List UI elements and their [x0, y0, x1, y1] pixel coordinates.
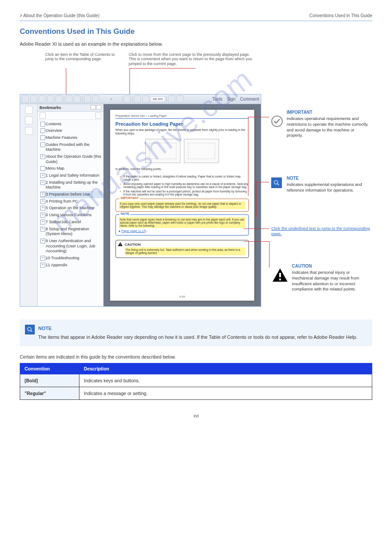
leader-line: [129, 68, 195, 69]
bookmark-item[interactable]: 10 Troubleshooting: [40, 255, 102, 262]
note-icon: [271, 178, 282, 188]
svg-rect-6: [279, 279, 281, 280]
bookmarks-panel: Bookmarks ContentsOverviewMachine Featur…: [38, 104, 104, 306]
svg-rect-0: [120, 243, 121, 245]
toolbar-button[interactable]: [30, 95, 37, 102]
zoom-out-button[interactable]: [134, 95, 141, 102]
header-right: Conventions Used in This Guide: [309, 13, 372, 18]
svg-line-4: [277, 183, 279, 185]
callout-caution: CAUTION Indicates that personal injury o…: [292, 263, 371, 293]
bookmark-item[interactable]: Overview: [40, 127, 102, 134]
bookmark-item[interactable]: 9 User Authentication and Accounting (Us…: [40, 238, 102, 255]
sign-tab[interactable]: Sign: [227, 97, 236, 102]
leader-line: [248, 117, 248, 196]
figure-tap-paper: [184, 139, 219, 163]
leader-line: [256, 182, 269, 182]
attachments-tab-icon[interactable]: [25, 127, 33, 135]
table-cell: [Bold]: [20, 374, 79, 387]
bullet-item: If the paper is curled or folded, straig…: [120, 175, 249, 181]
bookmark-item[interactable]: 11 Appendix: [40, 262, 102, 269]
leader-line: [248, 117, 269, 117]
comment-tab[interactable]: Comment: [240, 97, 259, 102]
table-row: [Bold] Indicates keys and buttons.: [20, 374, 372, 387]
pdf-breadcrumb: Preparation before Use > Loading Paper: [115, 114, 249, 119]
section-title: Conventions Used in This Guide: [20, 27, 372, 36]
page-up-button[interactable]: [84, 95, 91, 102]
leader-line: [256, 182, 256, 217]
bookmarks-tab-icon[interactable]: [25, 106, 33, 114]
conventions-table: Convention Description [Bold] Indicates …: [20, 363, 372, 400]
table-cell: Indicates keys and buttons.: [79, 374, 372, 387]
note-block-icon: [25, 325, 35, 334]
conventions-intro: Certain items are indicated in this guid…: [20, 354, 372, 359]
pdf-addition: In addition, note the following points.: [115, 167, 249, 171]
svg-point-3: [274, 180, 278, 184]
important-label: IMPORTANT: [119, 196, 140, 200]
svg-point-7: [28, 327, 31, 330]
side-tabs: [20, 104, 38, 306]
callout-link: Click the underlined text to jump to the…: [271, 226, 370, 237]
bookmark-item[interactable]: Guides Provided with the Machine: [40, 141, 102, 153]
page-number: xvi: [0, 414, 392, 418]
tools-tab[interactable]: Tools: [212, 97, 222, 102]
svg-rect-1: [120, 245, 121, 246]
toolbar-button[interactable]: [168, 95, 175, 102]
note-box: NOTE Note that some paper types have a t…: [115, 214, 249, 236]
table-header: Description: [79, 363, 372, 374]
callout-note: NOTE Indicates supplemental explanations…: [287, 175, 370, 193]
overlay-label-back: Click to move from the current page to t…: [129, 52, 256, 66]
bookmark-item[interactable]: 2 Installing and Setting up the Machine: [40, 179, 102, 191]
table-row: "Regular" Indicates a message or setting…: [20, 387, 372, 399]
toolbar-button[interactable]: [22, 95, 29, 102]
zoom-in-button[interactable]: [142, 95, 149, 102]
bookmark-item[interactable]: 1 Legal and Safety Information: [40, 172, 102, 179]
table-cell: "Regular": [20, 387, 79, 399]
toolbar-button[interactable]: [47, 95, 54, 102]
bookmark-item[interactable]: 3 Preparation before Use: [40, 191, 102, 198]
bm-tool-icon[interactable]: [95, 112, 101, 119]
overlay-label-toc: Click an item in the Table of Contents t…: [45, 52, 124, 62]
back-jump-button[interactable]: [124, 95, 131, 102]
note-link[interactable]: Paper (page 11-15): [122, 229, 146, 232]
bullet-item: Avoid exposing opened paper to high humi…: [120, 182, 249, 189]
nav-next-icon[interactable]: [96, 105, 101, 109]
thumbnails-tab-icon[interactable]: [25, 116, 33, 124]
figure-fan-paper: [145, 139, 180, 163]
checkmark-icon: [271, 116, 283, 128]
toolbar-button[interactable]: [39, 95, 46, 102]
print-button[interactable]: [65, 95, 72, 102]
bookmarks-title: Bookmarks: [40, 105, 61, 110]
bookmark-item[interactable]: 4 Printing from PC: [40, 198, 102, 205]
table-cell: Indicates a message or setting.: [79, 387, 372, 399]
bookmark-item[interactable]: Contents: [40, 121, 102, 128]
bookmark-item[interactable]: 5 Operation on the Machine: [40, 205, 102, 212]
caution-label: CAUTION: [125, 243, 140, 247]
adobe-reader-screenshot: / 68.4% Tools Sign Comment: [20, 94, 261, 307]
caution-text: The fixing unit is extremely hot. Take s…: [125, 247, 245, 255]
bookmark-item[interactable]: 7 Status/Job Cancel: [40, 219, 102, 226]
svg-rect-5: [279, 273, 281, 277]
svg-line-8: [31, 330, 32, 332]
toolbar-button[interactable]: [55, 95, 62, 102]
bm-tool-icon[interactable]: [40, 112, 46, 119]
mail-button[interactable]: [74, 95, 81, 102]
warning-icon: [118, 242, 123, 247]
leader-line: [269, 241, 270, 268]
note-label: NOTE: [119, 212, 130, 215]
toolbar-button[interactable]: [176, 95, 183, 102]
pdf-page-number: x-xx: [110, 295, 254, 298]
pdf-page: Preparation before Use > Loading Paper P…: [110, 109, 255, 301]
table-header: Convention: [20, 363, 79, 374]
header-left: > About the Operation Guide (this Guide): [20, 13, 100, 18]
bookmark-item[interactable]: About the Operation Guide (this Guide): [40, 153, 102, 165]
bookmark-item[interactable]: Machine Features: [40, 134, 102, 141]
bookmark-item[interactable]: Menu Map: [40, 165, 102, 172]
important-text: If you copy onto used paper (paper alrea…: [119, 201, 245, 209]
leader-line: [244, 229, 269, 229]
page-down-button[interactable]: [92, 95, 99, 102]
warning-triangle-icon: [273, 268, 288, 283]
nav-prev-icon[interactable]: [90, 105, 96, 109]
bookmark-item[interactable]: 6 Using Various Functions: [40, 212, 102, 219]
zoom-level[interactable]: 68.4%: [151, 96, 165, 102]
bookmark-item[interactable]: 8 Setup and Registration (System Menu): [40, 226, 102, 238]
